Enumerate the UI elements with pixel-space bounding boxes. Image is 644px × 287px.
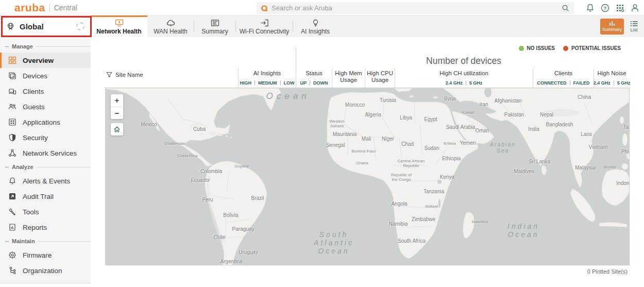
help-icon[interactable]: ? <box>600 3 610 13</box>
sidebar-item-label: Tools <box>23 208 39 216</box>
svg-text:?: ? <box>604 5 607 11</box>
sidebar-item-label: Network Services <box>23 149 77 157</box>
bell-icon <box>8 177 16 185</box>
sub-label[interactable]: FAILED <box>570 80 590 86</box>
plotted-sites-count: 0 Plotted Site(s) <box>587 268 628 275</box>
search-input[interactable]: Search or ask Aruba <box>257 2 574 14</box>
sidebar-item-clients[interactable]: Clients <box>0 83 91 99</box>
tab-label: AI Insights <box>301 28 330 35</box>
context-label: Global <box>20 22 72 31</box>
sidebar-item-audit-trail[interactable]: Audit Trail <box>0 189 91 204</box>
sub-label[interactable]: 2.4 GHz <box>446 80 463 86</box>
column-label: Status <box>297 70 331 77</box>
sidebar-item-devices[interactable]: Devices <box>0 68 91 83</box>
sidebar-item-overview[interactable]: Overview <box>0 53 91 68</box>
column-label: Clients <box>534 70 592 77</box>
tabs: Network Health WAN Health Summary Wi-Fi … <box>91 15 644 37</box>
sub-label[interactable]: HIGH <box>240 80 252 86</box>
column-high-cpu-usage[interactable]: High CPU Usage <box>365 69 395 88</box>
notifications-icon[interactable] <box>585 3 595 13</box>
sub-label[interactable]: 5 GHz <box>466 80 483 86</box>
column-site-name[interactable]: Site Name <box>105 69 238 88</box>
top-icon-group: ? <box>585 3 640 13</box>
map-zoom-control: + − <box>111 94 123 119</box>
aruba-mark-icon <box>261 5 268 12</box>
sidebar-item-label: Organization <box>23 267 62 275</box>
globe-icon <box>6 22 15 31</box>
orange-dot-icon <box>563 46 568 51</box>
brand: aruba Central <box>14 0 77 15</box>
applications-icon <box>8 118 16 126</box>
section-analyze: Analyze <box>0 161 91 173</box>
column-label: High CPU Usage <box>366 70 394 83</box>
sidebar-item-organization[interactable]: Organization <box>0 263 91 278</box>
sidebar-item-applications[interactable]: Applications <box>0 114 91 130</box>
sidebar-item-firmware[interactable]: Firmware <box>0 247 91 263</box>
sidebar: Global Manage Overview Devices Clients <box>0 15 91 283</box>
column-clients[interactable]: Clients CONNECTEDFAILED <box>533 69 594 88</box>
sidebar-item-label: Clients <box>23 88 44 95</box>
tab-label: Wi-Fi Connectivity <box>240 28 290 35</box>
tab-strip: Network Health WAN Health Summary Wi-Fi … <box>91 15 644 37</box>
section-label: Analyze <box>12 164 33 170</box>
devices-chart-title: Number of devices <box>395 56 533 66</box>
sidebar-item-network-services[interactable]: Network Services <box>0 145 91 161</box>
map-basemap <box>106 88 630 265</box>
legend-potential-issues: POTENTIAL ISSUES <box>563 45 621 51</box>
sub-label[interactable]: UP <box>300 80 307 86</box>
account-icon[interactable] <box>630 3 640 13</box>
sidebar-item-label: Devices <box>23 72 47 80</box>
column-label: High Mem Usage <box>333 70 364 83</box>
sub-label[interactable]: 5 GHz <box>614 80 631 86</box>
sidebar-item-alerts-events[interactable]: Alerts & Events <box>0 173 91 189</box>
sub-label[interactable]: 2.4 GHz <box>594 80 611 86</box>
tab-label: WAN Health <box>154 28 188 35</box>
shield-icon <box>8 133 16 142</box>
sidebar-item-guests[interactable]: Guests <box>0 99 91 114</box>
network-nodes-icon <box>8 149 16 157</box>
wrench-icon <box>8 208 16 216</box>
tab-summary[interactable]: Summary <box>194 15 235 37</box>
tab-ai-insights[interactable]: AI Insights <box>293 15 337 37</box>
column-high-noise[interactable]: High Noise 2.4 GHz5 GHz <box>594 69 630 88</box>
column-high-mem-usage[interactable]: High Mem Usage <box>332 69 365 88</box>
product-name: Central <box>54 4 77 12</box>
zoom-in-button[interactable]: + <box>111 94 123 107</box>
list-view-button[interactable]: List <box>630 21 638 32</box>
sub-label[interactable]: DOWN <box>310 80 328 86</box>
sidebar-item-label: Security <box>23 134 48 142</box>
column-high-ch-utilization[interactable]: High CH utilization 2.4 GHz5 GHz <box>395 69 533 88</box>
world-map[interactable]: OceanMexicoCubaGuatemalaCosta RicaColomb… <box>105 88 630 265</box>
tab-wan-health[interactable]: WAN Health <box>147 15 194 37</box>
bar-chart-icon <box>608 21 616 26</box>
sidebar-item-label: Applications <box>23 119 60 126</box>
section-label: Maintain <box>12 238 35 244</box>
sub-label[interactable]: CONNECTED <box>537 80 566 86</box>
devices-icon <box>8 72 16 80</box>
green-dot-icon <box>519 46 524 51</box>
sidebar-item-label: Audit Trail <box>23 193 54 200</box>
context-selector[interactable]: Global <box>0 16 91 37</box>
column-label: High CH utilization <box>396 70 532 77</box>
column-ai-insights[interactable]: AI Insights HIGHMEDIUMLOW <box>238 69 296 88</box>
sidebar-item-reports[interactable]: Reports <box>0 220 91 235</box>
clients-icon <box>8 87 16 95</box>
lightbulb-icon <box>311 19 320 27</box>
sub-label[interactable]: MEDIUM <box>255 80 277 86</box>
tab-network-health[interactable]: Network Health <box>91 15 147 37</box>
list-view-label: List <box>630 27 637 32</box>
apps-icon[interactable] <box>615 3 625 13</box>
map-home-button[interactable] <box>111 123 123 136</box>
filter-icon[interactable] <box>106 72 112 78</box>
zoom-out-button[interactable]: − <box>111 107 123 120</box>
sidebar-item-security[interactable]: Security <box>0 130 91 145</box>
sidebar-item-tools[interactable]: Tools <box>0 204 91 220</box>
sub-label[interactable]: LOW <box>280 80 295 86</box>
sidebar-item-label: Overview <box>23 57 54 64</box>
tab-wifi-connectivity[interactable]: Wi-Fi Connectivity <box>236 15 293 37</box>
search-icon[interactable] <box>562 4 569 12</box>
column-label: High Noise <box>595 70 629 77</box>
column-status[interactable]: Status UPDOWN <box>296 69 332 88</box>
summary-view-button[interactable]: Summary <box>600 19 624 35</box>
legend-label: NO ISSUES <box>527 45 555 51</box>
